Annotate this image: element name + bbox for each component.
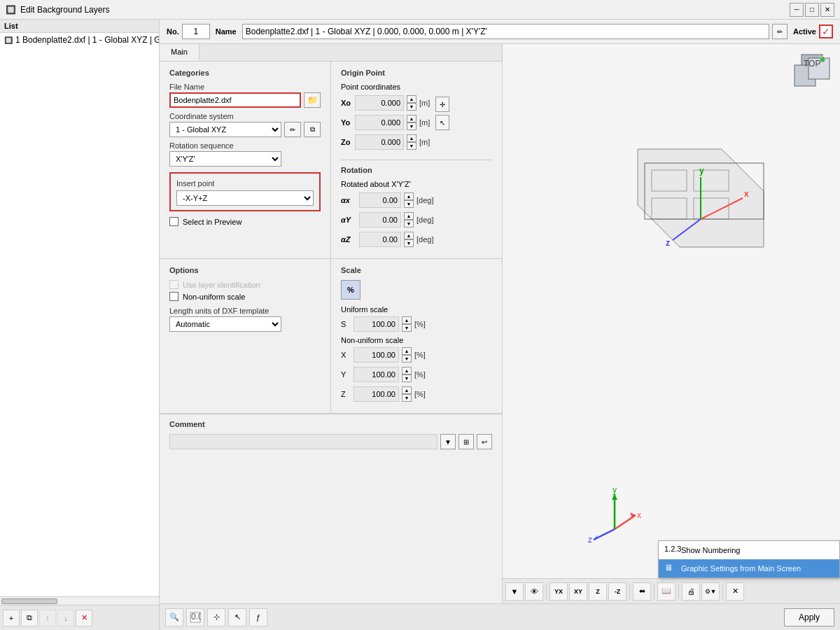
origin-point-title: Origin Point [341,69,492,77]
ay-up[interactable]: ▲ [404,212,414,220]
ax-input[interactable] [359,192,401,208]
scale-z-input[interactable] [354,386,399,402]
ay-label: αY [341,216,356,224]
yo-up[interactable]: ▲ [407,115,416,122]
maximize-btn[interactable]: □ [805,3,819,17]
file-browse-btn[interactable]: 📁 [304,92,321,108]
select-mode-btn[interactable]: ↖ [228,608,246,626]
xo-up[interactable]: ▲ [407,95,416,103]
select-in-preview-checkbox[interactable] [169,217,178,226]
coord-system-select[interactable]: 1 - Global XYZ [169,122,281,137]
3d-viewport[interactable]: TOP [503,44,840,578]
book-btn[interactable]: 📖 [657,582,676,601]
yo-down[interactable]: ▼ [407,122,416,130]
axis-z2-btn[interactable]: -Z [608,582,626,601]
coord-edit-btn[interactable]: ✏ [284,122,301,137]
xo-down[interactable]: ▼ [407,103,416,111]
ax-up[interactable]: ▲ [404,192,414,200]
pick-point1-btn[interactable]: ✛ [435,97,449,112]
scale-title: Scale [341,266,492,274]
copy-btn[interactable]: ⧉ [21,610,38,626]
move-down-btn[interactable]: ↓ [57,610,74,626]
close-viewport-btn[interactable]: ✕ [726,582,744,601]
az-input[interactable] [359,232,401,247]
apply-button[interactable]: Apply [784,608,834,626]
rotation-seq-select[interactable]: X'Y'Z' [169,151,281,167]
close-btn[interactable]: ✕ [820,3,834,17]
scale-z-label: Z [341,390,351,398]
content-body: Main Categories File Name 📁 [160,44,840,603]
graphic-settings-item[interactable]: 🖥 Graphic Settings from Main Screen [659,559,839,578]
zo-input[interactable] [355,134,404,150]
search-btn[interactable]: 🔍 [165,608,183,626]
cursor-btn[interactable]: ⊹ [207,608,225,626]
numbering-icon: 1.2.3 [664,545,676,556]
xo-input[interactable] [355,95,404,111]
axis-x-btn[interactable]: YX [550,582,568,601]
file-name-input[interactable] [169,92,301,108]
ax-down[interactable]: ▼ [404,200,414,208]
comment-add-btn[interactable]: ⊞ [458,434,474,449]
list-area[interactable]: 🔲 1 Bodenplatte2.dxf | 1 - Global XYZ | … [0,33,159,596]
show-numbering-item[interactable]: 1.2.3 Show Numbering [659,541,839,559]
s-down[interactable]: ▼ [402,324,412,332]
ay-input[interactable] [359,212,401,227]
preview-panel: TOP [503,44,840,603]
scale-y-input[interactable] [354,367,399,382]
settings-dropdown-btn[interactable]: ⚙▼ [701,582,720,601]
ax-unit: [deg] [416,196,433,204]
sy-up[interactable]: ▲ [402,367,412,374]
rotation-about-label: Rotated about X'Y'Z' [341,180,492,188]
minimize-btn[interactable]: ─ [790,3,804,17]
use-layer-id-label: Use layer identification [183,281,260,289]
coord-copy-btn[interactable]: ⧉ [304,122,321,137]
zo-down[interactable]: ▼ [407,142,416,150]
zo-unit: [m] [419,138,430,146]
az-down[interactable]: ▼ [404,239,414,247]
eye-btn[interactable]: 👁 [525,582,543,601]
coord-input-btn[interactable]: 0.00 [186,608,204,626]
scroll-thumb[interactable] [1,598,57,604]
scale-x-input[interactable] [354,347,399,363]
name-edit-btn[interactable]: ✏ [772,24,788,39]
sx-up[interactable]: ▲ [402,347,412,355]
list-item[interactable]: 🔲 1 Bodenplatte2.dxf | 1 - Global XYZ | … [0,33,159,47]
active-checkbox[interactable]: ✓ [819,24,833,38]
zo-label: Zo [341,138,352,146]
horizontal-scrollbar[interactable] [0,596,159,605]
comment-input[interactable] [169,434,438,449]
sz-down[interactable]: ▼ [402,394,412,402]
delete-btn[interactable]: ✕ [76,610,92,626]
arrow-btn[interactable]: ⬌ [633,582,651,601]
percent-btn[interactable]: % [341,280,360,300]
pick-point2-btn[interactable]: ↖ [435,115,449,130]
insert-point-select[interactable]: -X-Y+Z [176,190,314,206]
sx-unit: [%] [414,351,426,359]
az-up[interactable]: ▲ [404,232,414,239]
sy-down[interactable]: ▼ [402,374,412,382]
sx-down[interactable]: ▼ [402,355,412,363]
length-units-select[interactable]: Automatic [169,316,281,332]
s-input[interactable] [354,316,399,332]
no-input[interactable] [182,24,210,39]
cube-navigator[interactable]: TOP [791,51,833,93]
ay-down[interactable]: ▼ [404,220,414,227]
sz-up[interactable]: ▲ [402,386,412,394]
axis-z-btn[interactable]: Z [589,582,607,601]
use-layer-id-checkbox[interactable] [169,280,178,289]
layer-icon: 🔲 [4,36,13,44]
add-btn[interactable]: + [3,610,20,626]
tab-main[interactable]: Main [160,44,200,61]
name-input[interactable] [242,24,769,39]
yo-input[interactable] [355,115,404,130]
function-btn[interactable]: ƒ [249,608,267,626]
non-uniform-scale-checkbox[interactable] [169,292,178,301]
comment-edit-btn[interactable]: ↩ [477,434,492,449]
comment-dropdown-btn[interactable]: ▼ [440,434,456,449]
zo-up[interactable]: ▲ [407,134,416,142]
s-up[interactable]: ▲ [402,316,412,324]
view-dropdown-btn[interactable]: ▼ [505,582,524,601]
move-up-btn[interactable]: ↑ [39,610,56,626]
print-btn[interactable]: 🖨 [682,582,700,601]
axis-y-btn[interactable]: XY [569,582,587,601]
